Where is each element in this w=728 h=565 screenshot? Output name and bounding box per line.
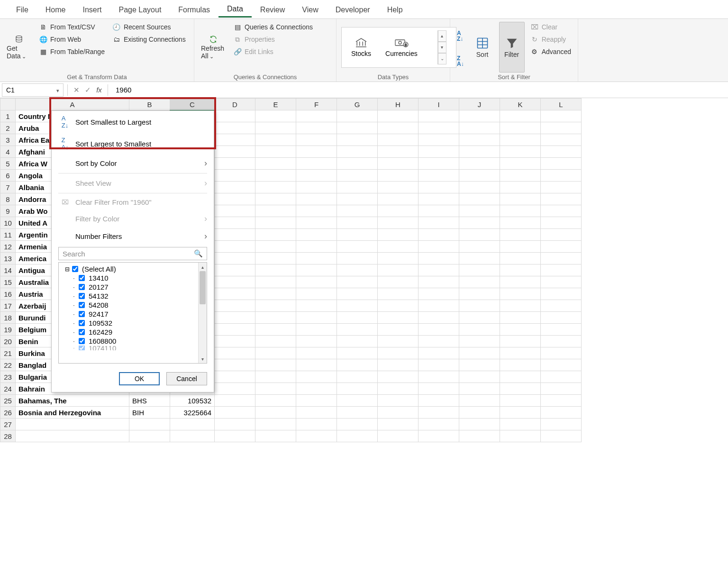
cell[interactable] <box>378 253 419 264</box>
cell[interactable] <box>419 170 459 182</box>
filter-value-checkbox[interactable] <box>79 329 85 335</box>
cell[interactable] <box>419 359 459 371</box>
col-header-j[interactable]: J <box>459 99 500 110</box>
cell[interactable] <box>378 419 419 430</box>
cell[interactable] <box>500 170 541 182</box>
cell[interactable] <box>215 264 255 276</box>
cell[interactable] <box>215 407 255 419</box>
cell[interactable]: BHS <box>129 395 170 407</box>
tab-review[interactable]: Review <box>252 2 293 17</box>
cell[interactable] <box>255 182 296 193</box>
cell[interactable] <box>296 395 337 407</box>
cell[interactable] <box>255 324 296 336</box>
cell[interactable] <box>337 407 378 419</box>
col-header-b[interactable]: B <box>129 99 170 110</box>
row-header[interactable]: 20 <box>0 336 16 347</box>
data-types-spinner[interactable]: ▴▾⌄ <box>437 30 446 64</box>
cell[interactable] <box>459 264 500 276</box>
cell[interactable] <box>255 134 296 146</box>
fx-button[interactable]: fx <box>93 86 105 94</box>
filter-value-checkbox[interactable] <box>79 338 85 344</box>
cell[interactable] <box>296 430 337 442</box>
cell[interactable] <box>459 205 500 217</box>
cell[interactable] <box>337 324 378 336</box>
cell[interactable] <box>419 241 459 253</box>
cell[interactable] <box>419 312 459 324</box>
cell[interactable] <box>459 276 500 288</box>
cell[interactable] <box>378 430 419 442</box>
cell[interactable] <box>296 347 337 359</box>
from-table-button[interactable]: ▦From Table/Range <box>37 46 107 57</box>
cell[interactable] <box>255 193 296 205</box>
row-header[interactable]: 28 <box>0 430 16 442</box>
cell[interactable] <box>378 288 419 300</box>
cell[interactable] <box>255 264 296 276</box>
cell[interactable] <box>337 312 378 324</box>
tab-help[interactable]: Help <box>379 2 411 17</box>
currencies-type-button[interactable]: $ Currencies <box>385 37 418 57</box>
cell[interactable] <box>215 182 255 193</box>
filter-value-checkbox[interactable] <box>79 302 85 308</box>
row-header[interactable]: 12 <box>0 241 16 253</box>
cell[interactable] <box>459 170 500 182</box>
cell[interactable] <box>296 324 337 336</box>
cell[interactable] <box>419 371 459 383</box>
cell[interactable] <box>378 324 419 336</box>
cell[interactable] <box>378 347 419 359</box>
cell[interactable] <box>541 288 582 300</box>
cell[interactable] <box>378 182 419 193</box>
cell[interactable] <box>378 158 419 170</box>
cell[interactable] <box>541 170 582 182</box>
filter-value-checkbox[interactable] <box>72 266 78 272</box>
cell[interactable] <box>500 264 541 276</box>
cell[interactable] <box>296 229 337 241</box>
cell[interactable] <box>215 336 255 347</box>
cell[interactable] <box>255 170 296 182</box>
cell[interactable] <box>378 241 419 253</box>
cell[interactable] <box>419 264 459 276</box>
cell[interactable] <box>255 383 296 395</box>
row-header[interactable]: 14 <box>0 264 16 276</box>
cell[interactable] <box>215 276 255 288</box>
cell[interactable] <box>541 110 582 122</box>
cell[interactable] <box>500 217 541 229</box>
cell[interactable] <box>541 312 582 324</box>
cell[interactable] <box>215 134 255 146</box>
row-header[interactable]: 16 <box>0 288 16 300</box>
filter-value-item[interactable]: ⊟(Select All) <box>61 264 196 273</box>
cell[interactable] <box>255 395 296 407</box>
sort-desc-button[interactable]: ZA↓ <box>455 55 466 68</box>
row-header[interactable]: 21 <box>0 347 16 359</box>
cell[interactable] <box>419 395 459 407</box>
cell[interactable] <box>296 205 337 217</box>
row-header[interactable]: 13 <box>0 253 16 264</box>
filter-list-scrollbar[interactable]: ▴▾ <box>198 263 207 363</box>
cell[interactable] <box>255 276 296 288</box>
refresh-all-button[interactable]: Refresh All <box>199 22 228 73</box>
cell[interactable] <box>296 217 337 229</box>
filter-value-checkbox[interactable] <box>79 311 85 317</box>
cell[interactable] <box>541 300 582 312</box>
cell[interactable] <box>215 288 255 300</box>
sort-dialog-button[interactable]: Sort <box>470 22 495 73</box>
cell[interactable] <box>337 253 378 264</box>
col-header-d[interactable]: D <box>215 99 255 110</box>
sort-by-color[interactable]: Sort by Color <box>52 155 214 172</box>
cell[interactable] <box>296 253 337 264</box>
cell[interactable] <box>459 288 500 300</box>
cell[interactable] <box>419 134 459 146</box>
col-header-a[interactable]: A <box>16 99 129 110</box>
row-header[interactable]: 15 <box>0 276 16 288</box>
cell[interactable] <box>459 182 500 193</box>
cell[interactable] <box>170 419 215 430</box>
row-header[interactable]: 1 <box>0 110 16 122</box>
cell[interactable] <box>541 205 582 217</box>
cell[interactable] <box>296 288 337 300</box>
cell[interactable] <box>541 276 582 288</box>
cell[interactable] <box>337 359 378 371</box>
cell[interactable] <box>337 122 378 134</box>
filter-value-item[interactable]: ·54208 <box>61 301 196 310</box>
cell[interactable] <box>500 324 541 336</box>
cell[interactable] <box>255 217 296 229</box>
row-header[interactable]: 2 <box>0 122 16 134</box>
